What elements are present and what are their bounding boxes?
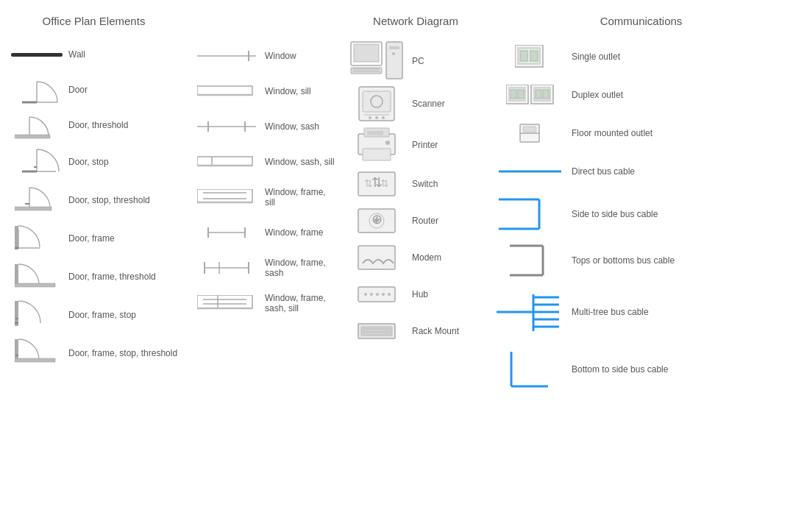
hub-icon (357, 284, 397, 305)
svg-rect-78 (358, 246, 395, 269)
window-frame-symbol (195, 226, 257, 239)
svg-rect-31 (197, 157, 252, 166)
list-item: Side to side bus cable (497, 194, 786, 234)
svg-rect-95 (511, 90, 516, 99)
router-symbol: ⊕ ✦ (349, 205, 405, 237)
window-frame-sash-label: Window, frame, sash (265, 258, 335, 278)
direct-bus-cable-label: Direct bus cable (572, 166, 635, 177)
rack-mount-icon (357, 321, 397, 341)
multi-tree-bus-cable-label: Multi-tree bus cable (572, 307, 649, 317)
pc-symbol (349, 40, 405, 81)
floor-outlet-label: Floor mounted outlet (572, 128, 652, 138)
duplex-outlet-label: Duplex outlet (572, 90, 623, 100)
door-frame-threshold-icon (15, 261, 63, 292)
list-item: Multi-tree bus cable (497, 286, 786, 338)
bottom-to-side-bus-cable-symbol (497, 346, 563, 394)
door-stop-label: Door, stop (68, 157, 109, 167)
list-item: Bottom to side bus cable (497, 344, 786, 395)
bottom-to-side-bus-cable-icon (500, 346, 559, 394)
svg-rect-91 (520, 51, 527, 61)
window-frame-sash-sill-symbol (195, 295, 257, 311)
pc-icon (349, 40, 405, 81)
svg-text:⇅: ⇅ (364, 177, 373, 189)
door-symbol (7, 76, 63, 104)
door-frame-label: Door, frame (68, 233, 115, 244)
multi-tree-bus-cable-symbol (497, 288, 563, 336)
list-item: Hub (349, 278, 482, 311)
door-stop-symbol (7, 146, 63, 177)
door-label: Door (68, 85, 88, 95)
svg-rect-45 (197, 295, 252, 308)
svg-rect-34 (197, 189, 252, 202)
pc-label: PC (412, 56, 424, 66)
list-item: Window, frame (195, 219, 335, 246)
svg-point-69 (385, 141, 390, 145)
list-item: Scanner (349, 85, 482, 122)
side-to-side-bus-cable-symbol (497, 196, 563, 233)
router-label: Router (412, 216, 438, 226)
list-item: Modem (349, 241, 482, 274)
list-item: ⇅ ⇅ ⇅ Switch (349, 168, 482, 200)
window-sash-sill-symbol (195, 154, 257, 170)
network-diagram-section: Network Diagram PC (335, 15, 482, 525)
list-item: Printer (349, 127, 482, 163)
svg-rect-52 (351, 68, 382, 74)
scanner-icon (355, 85, 399, 122)
scanner-symbol (349, 85, 405, 122)
list-item: Window (195, 43, 335, 69)
window-label: Window (265, 51, 296, 61)
wall-icon (11, 53, 63, 57)
single-outlet-symbol (497, 45, 563, 68)
door-stop-threshold-icon (15, 185, 63, 216)
rack-mount-symbol (349, 321, 405, 341)
svg-point-62 (369, 116, 371, 119)
window-sash-symbol (195, 120, 257, 133)
multi-tree-bus-cable-icon (497, 288, 563, 336)
svg-rect-96 (518, 90, 524, 99)
svg-rect-86 (361, 327, 392, 336)
network-diagram-title: Network Diagram (349, 15, 482, 27)
window-symbol (195, 49, 257, 63)
window-sash-icon (197, 120, 256, 133)
window-frame-sill-icon (197, 189, 256, 205)
switch-label: Switch (412, 179, 438, 189)
tops-bottoms-bus-cable-symbol (497, 242, 563, 279)
direct-bus-cable-symbol (497, 168, 563, 175)
list-item: Window, frame, sash (195, 255, 335, 281)
wall-symbol (7, 53, 63, 57)
window-frame-sill-label: Window, frame, sill (265, 187, 335, 208)
printer-symbol (349, 127, 405, 163)
switch-icon: ⇅ ⇅ ⇅ (357, 168, 397, 200)
svg-rect-23 (15, 358, 55, 362)
tops-bottoms-bus-cable-icon (499, 242, 561, 279)
hub-symbol (349, 284, 405, 305)
printer-icon (355, 127, 399, 163)
door-frame-threshold-label: Door, frame, threshold (68, 272, 156, 282)
window-sill-icon (197, 83, 256, 99)
list-item: Window, frame, sill (195, 184, 335, 210)
side-to-side-bus-cable-icon (499, 196, 561, 233)
floor-outlet-symbol (497, 123, 563, 143)
svg-point-57 (392, 52, 395, 55)
rack-mount-label: Rack Mount (412, 326, 459, 336)
svg-rect-26 (197, 86, 252, 95)
door-threshold-icon (15, 111, 63, 139)
list-item: Window, sash (195, 113, 335, 140)
svg-rect-99 (536, 90, 541, 99)
svg-rect-92 (530, 51, 538, 61)
window-frame-label: Window, frame (265, 227, 323, 238)
window-sash-sill-icon (197, 154, 256, 170)
svg-point-81 (370, 293, 373, 296)
list-item: Duplex outlet (497, 79, 786, 111)
bottom-to-side-bus-cable-label: Bottom to side bus cable (572, 364, 668, 375)
direct-bus-cable-icon (499, 168, 561, 175)
window-frame-sill-symbol (195, 189, 257, 205)
list-item: Single outlet (497, 40, 786, 73)
list-item: Wall (7, 40, 180, 68)
svg-rect-16 (15, 264, 18, 286)
svg-rect-67 (363, 149, 391, 160)
door-frame-stop-icon (15, 299, 63, 330)
door-frame-stop-threshold-label: Door, frame, stop, threshold (68, 348, 177, 358)
window-frame-sash-sill-label: Window, frame, sash, sill (265, 293, 335, 313)
door-stop-threshold-symbol (7, 185, 63, 216)
